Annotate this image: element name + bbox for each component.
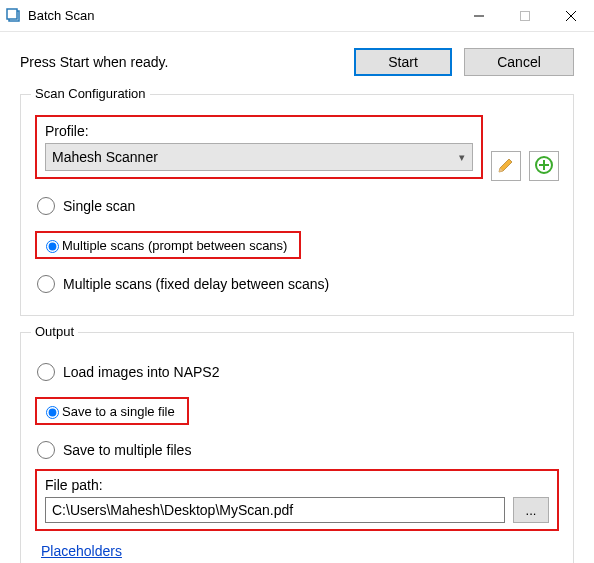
radio-output-multi-label: Save to multiple files: [63, 442, 191, 458]
placeholders-link[interactable]: Placeholders: [41, 539, 122, 559]
profile-label: Profile:: [45, 123, 473, 139]
radio-multi-delay-label: Multiple scans (fixed delay between scan…: [63, 276, 329, 292]
radio-multi-prompt[interactable]: Multiple scans (prompt between scans): [35, 231, 301, 259]
scan-config-legend: Scan Configuration: [31, 86, 150, 101]
radio-multi-prompt-input[interactable]: [46, 240, 59, 253]
radio-single-scan[interactable]: Single scan: [37, 197, 559, 215]
titlebar: Batch Scan: [0, 0, 594, 32]
header-row: Press Start when ready. Start Cancel: [20, 48, 574, 76]
svg-rect-3: [521, 11, 530, 20]
plus-icon: [535, 156, 553, 177]
radio-single-scan-label: Single scan: [63, 198, 135, 214]
browse-button[interactable]: ...: [513, 497, 549, 523]
output-group: Output Load images into NAPS2 Save to a …: [20, 332, 574, 563]
radio-multi-delay-input[interactable]: [37, 275, 55, 293]
filepath-label: File path:: [45, 477, 549, 493]
app-icon: [6, 8, 22, 24]
maximize-button: [502, 0, 548, 32]
ready-prompt: Press Start when ready.: [20, 54, 354, 70]
filepath-input[interactable]: [45, 497, 505, 523]
radio-multi-prompt-label: Multiple scans (prompt between scans): [62, 238, 287, 253]
minimize-button[interactable]: [456, 0, 502, 32]
window-title: Batch Scan: [28, 8, 95, 23]
radio-output-load-input[interactable]: [37, 363, 55, 381]
radio-output-multi[interactable]: Save to multiple files: [37, 441, 559, 459]
filepath-highlight: File path: ...: [35, 469, 559, 531]
radio-output-multi-input[interactable]: [37, 441, 55, 459]
radio-output-load-label: Load images into NAPS2: [63, 364, 219, 380]
profile-highlight: Profile: Mahesh Scanner ▾: [35, 115, 483, 179]
scan-config-group: Scan Configuration Profile: Mahesh Scann…: [20, 94, 574, 316]
radio-output-single[interactable]: Save to a single file: [35, 397, 189, 425]
radio-single-scan-input[interactable]: [37, 197, 55, 215]
radio-multi-delay[interactable]: Multiple scans (fixed delay between scan…: [37, 275, 559, 293]
output-legend: Output: [31, 324, 78, 339]
close-button[interactable]: [548, 0, 594, 32]
radio-output-single-input[interactable]: [46, 406, 59, 419]
pencil-icon: [497, 156, 515, 177]
start-button[interactable]: Start: [354, 48, 452, 76]
profile-select[interactable]: Mahesh Scanner: [45, 143, 473, 171]
cancel-button[interactable]: Cancel: [464, 48, 574, 76]
svg-rect-1: [7, 9, 17, 19]
radio-output-load[interactable]: Load images into NAPS2: [37, 363, 559, 381]
radio-output-single-label: Save to a single file: [62, 404, 175, 419]
add-profile-button[interactable]: [529, 151, 559, 181]
edit-profile-button[interactable]: [491, 151, 521, 181]
